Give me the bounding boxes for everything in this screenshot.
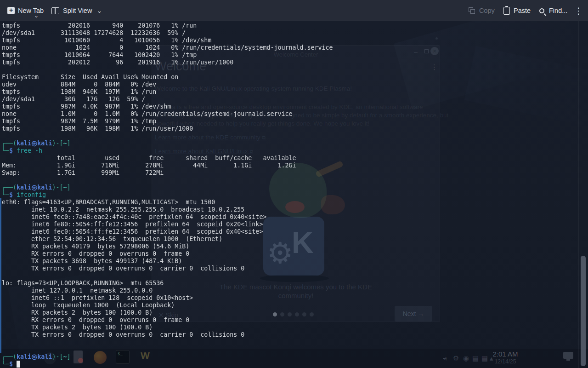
terminal-line <box>2 339 333 346</box>
terminal-line: tmpfs 198M 96K 198M 1% /run/user/1000 <box>2 125 333 132</box>
find-label: Find... <box>549 7 567 14</box>
terminal-line: Filesystem Size Used Avail Use% Mounted … <box>2 74 333 81</box>
terminal-line: tmpfs 202016 940 201076 1% /run <box>2 22 333 29</box>
terminal-line: tmpfs 1010064 7644 1002420 1% /tmp <box>2 52 333 59</box>
terminal-segment: kali㉿kali <box>17 353 52 360</box>
terminal-segment: └─ <box>2 147 9 154</box>
terminal-segment <box>13 361 17 368</box>
terminal-line <box>2 346 333 353</box>
paste-icon <box>503 7 510 15</box>
terminal-line: eth0: flags=4163<UP,BROADCAST,RUNNING,MU… <box>2 199 333 206</box>
menu-kebab-icon[interactable]: ⋮ <box>574 6 583 16</box>
kali-desktop: Welcome Center – ✕ ⋮ Welcome Welcome to … <box>0 0 588 368</box>
terminal-line: inet6 ::1 prefixlen 128 scopeid 0x10<hos… <box>2 294 333 302</box>
terminal-segment: ] <box>67 140 70 147</box>
terminal-segment: ] <box>67 353 70 360</box>
settings-gear-icon: ⚙ <box>453 354 459 362</box>
terminal-segment: ] <box>67 184 70 191</box>
clock-date: 12/14/25 <box>488 358 523 365</box>
terminal-line: /dev/sda1 30G 17G 12G 59% / <box>2 96 333 103</box>
paste-label: Paste <box>514 7 531 14</box>
terminal-segment: $ <box>9 147 13 154</box>
terminal-line: ┌──(kali㉿kali)-[~] <box>2 353 333 361</box>
terminal-line: udev 884M 0 884M 0% /dev <box>2 81 333 88</box>
terminal-line: TX errors 0 dropped 0 overruns 0 carrier… <box>2 331 333 339</box>
terminal-segment: ┌──( <box>2 184 17 191</box>
terminal-segment: kali㉿kali <box>17 184 52 191</box>
terminal-line: inet6 fec0::7a48:eae2:4f4c:40c prefixlen… <box>2 213 333 221</box>
terminal-line: RX errors 0 dropped 0 overruns 0 frame 0 <box>2 250 333 258</box>
terminal-cursor <box>17 361 20 368</box>
find-button[interactable]: Find... <box>539 0 567 21</box>
terminal-line: TX packets 3698 bytes 499137 (487.4 KiB) <box>2 258 333 265</box>
scrollbar-thumb[interactable] <box>581 256 586 366</box>
chevron-down-icon[interactable]: ⌄ <box>34 13 39 18</box>
clock-time: 2:01 AM <box>488 350 523 358</box>
show-desktop-icon <box>563 352 573 359</box>
terminal-line: TX packets 2 bytes 100 (100.0 B) <box>2 324 333 331</box>
terminal-line: TX errors 0 dropped 0 overruns 0 carrier… <box>2 265 333 272</box>
volume-muted-icon: ◃ <box>443 354 447 362</box>
paste-button[interactable]: Paste <box>503 0 531 21</box>
terminal-line: tmpfs 198M 940K 197M 1% /run <box>2 88 333 96</box>
terminal-line: none 1024 0 1024 0% /run/credentials/sys… <box>2 44 333 52</box>
terminal-line: Swap: 1.7Gi 999Mi 722Mi <box>2 169 333 177</box>
terminal-line: tmpfs 202012 96 201916 1% /run/user/1000 <box>2 59 333 66</box>
terminal-line: loop txqueuelen 1000 (Local Loopback) <box>2 302 333 309</box>
split-view-label: Split View <box>63 7 92 14</box>
terminal-line: inet6 fe80::5054:ff:fe12:3456 prefixlen … <box>2 221 333 228</box>
terminal-line: └─$ <box>2 361 333 368</box>
terminal-segment: $ <box>9 191 13 198</box>
terminal-segment: free -h <box>17 147 42 154</box>
terminal-segment <box>13 147 17 154</box>
terminal-line: lo: flags=73<UP,LOOPBACK,RUNNING> mtu 65… <box>2 280 333 287</box>
terminal-line: ┌──(kali㉿kali)-[~] <box>2 140 333 147</box>
close-icon: ✕ <box>430 47 439 55</box>
terminal-output[interactable]: tmpfs 202016 940 201076 1% /run/dev/sda1… <box>2 22 333 368</box>
split-view-button[interactable]: Split View ⌄ <box>51 0 102 21</box>
terminal-segment: )-[ <box>52 353 63 360</box>
terminal-line <box>2 66 333 74</box>
terminal-line: Mem: 1.9Gi 716Mi 278Mi 44Mi 1.1Gi 1.2Gi <box>2 162 333 169</box>
terminal-line <box>2 272 333 280</box>
chevron-down-icon[interactable]: ⌄ <box>96 8 102 13</box>
copy-label: Copy <box>479 7 495 14</box>
minimize-icon: – <box>414 48 418 56</box>
terminal-line: RX packets 40179 bytes 57298006 (54.6 Mi… <box>2 243 333 250</box>
terminal-line: total used free shared buff/cache availa… <box>2 155 333 162</box>
terminal-segment <box>13 191 17 198</box>
terminal-segment: ┌──( <box>2 353 17 360</box>
terminal-line: tmpfs 987M 7.5M 979M 1% /tmp <box>2 118 333 125</box>
network-icon: ▤ <box>472 354 479 362</box>
wallpaper-dot <box>435 37 438 40</box>
new-output-marker <box>0 198 1 353</box>
disc-icon: ◉ <box>463 354 469 362</box>
overflow-menu-icon: ⋮ <box>431 63 438 71</box>
clipboard-tray-icon: ▦ <box>481 354 488 362</box>
terminal-line: /dev/sda1 31113048 17274628 12232636 59%… <box>2 29 333 37</box>
copy-button[interactable]: Copy <box>469 0 495 21</box>
scrollbar-track[interactable] <box>578 21 579 368</box>
split-view-icon <box>51 7 59 14</box>
terminal-segment: kali㉿kali <box>17 140 52 147</box>
terminal-line: RX errors 0 dropped 0 overruns 0 frame 0 <box>2 316 333 324</box>
terminal-line: ┌──(kali㉿kali)-[~] <box>2 184 333 191</box>
terminal-line: inet 10.0.2.2 netmask 255.255.255.0 broa… <box>2 206 333 213</box>
terminal-segment: ifconfig <box>17 191 46 198</box>
terminal-line: └─$ ifconfig <box>2 191 333 199</box>
terminal-segment: )-[ <box>52 184 63 191</box>
terminal-toolbar: + New Tab ⌄ Split View ⌄ Copy Paste Find… <box>0 0 588 21</box>
terminal-line <box>2 177 333 184</box>
terminal-segment: $ <box>9 361 13 368</box>
maximize-icon <box>424 49 429 53</box>
terminal-segment: └─ <box>2 191 9 198</box>
new-tab-label: New Tab <box>18 7 44 14</box>
terminal-line: none 1.0M 0 1.0M 0% /run/credentials/sys… <box>2 110 333 118</box>
terminal-line <box>2 132 333 140</box>
terminal-segment: ┌──( <box>2 140 17 147</box>
terminal-segment: └─ <box>2 361 9 368</box>
terminal-line: inet6 fec0::5054:ff:fe12:3456 prefixlen … <box>2 228 333 236</box>
copy-icon <box>469 7 475 14</box>
terminal-line: └─$ free -h <box>2 147 333 155</box>
terminal-line: inet 127.0.0.1 netmask 255.0.0.0 <box>2 287 333 294</box>
